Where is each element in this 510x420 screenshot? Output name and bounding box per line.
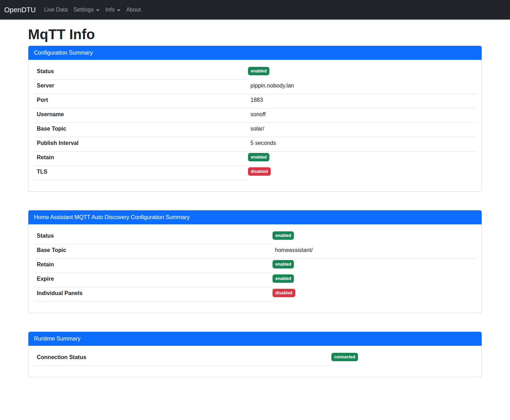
- info-label: Port: [34, 94, 248, 108]
- info-label: Status: [34, 65, 248, 80]
- nav-item-label: About: [126, 7, 141, 13]
- card-body: Connection Status connected: [28, 346, 482, 377]
- nav-item-label: Settings: [74, 7, 94, 13]
- status-badge: disabled: [273, 289, 295, 297]
- info-table: Status enabled Server pippin.nobody.lan …: [34, 65, 476, 180]
- status-badge: enabled: [273, 260, 294, 268]
- info-value: disabled: [248, 166, 476, 180]
- row-tls: TLS disabled: [34, 166, 476, 180]
- card-ha-discovery-summary: Home Assistant MQTT Auto Discovery Confi…: [28, 210, 482, 313]
- info-label: Retain: [34, 259, 272, 273]
- info-label: Individual Panels: [34, 287, 272, 302]
- row-retain: Retain enabled: [34, 259, 476, 273]
- info-label: Username: [34, 108, 248, 123]
- info-value: sonoff: [248, 108, 476, 123]
- card-configuration-summary: Configuration Summary Status enabled Ser…: [28, 46, 482, 192]
- info-value: enabled: [272, 259, 476, 273]
- card-header: Configuration Summary: [28, 46, 482, 60]
- row-expire: Expire enabled: [34, 273, 476, 287]
- info-label: Expire: [34, 273, 272, 287]
- info-label: Server: [34, 80, 248, 94]
- navbar-menu: Live Data Settings Info About: [41, 4, 144, 16]
- status-badge: disabled: [248, 167, 271, 176]
- nav-item-label: Live Data: [44, 7, 68, 13]
- row-base-topic: Base Topic homeassistant/: [34, 244, 476, 259]
- info-value: 1883: [248, 94, 476, 108]
- navbar-brand[interactable]: OpenDTU: [4, 6, 36, 14]
- card-header: Home Assistant MQTT Auto Discovery Confi…: [28, 210, 482, 224]
- row-connection-status: Connection Status connected: [34, 351, 476, 366]
- nav-item-settings[interactable]: Settings: [71, 4, 103, 16]
- dropdown-caret-icon: [117, 9, 120, 11]
- row-port: Port 1883: [34, 94, 476, 108]
- page-title: MqTT Info: [28, 26, 482, 43]
- row-base-topic: Base Topic solar/: [34, 123, 476, 137]
- info-label: Retain: [34, 152, 248, 166]
- info-label: TLS: [34, 166, 248, 180]
- info-label: Base Topic: [34, 244, 272, 259]
- row-username: Username sonoff: [34, 108, 476, 123]
- info-label: Status: [34, 230, 272, 244]
- info-value: enabled: [248, 65, 476, 80]
- row-status: Status enabled: [34, 65, 476, 80]
- row-retain: Retain enabled: [34, 152, 476, 166]
- info-table: Connection Status connected: [34, 351, 476, 366]
- info-value: disabled: [272, 287, 476, 302]
- row-publish-interval: Publish Interval 5 seconds: [34, 137, 476, 152]
- row-status: Status enabled: [34, 230, 476, 244]
- info-value: enabled: [272, 273, 476, 287]
- nav-item-info[interactable]: Info: [102, 4, 123, 16]
- info-value: homeassistant/: [272, 244, 476, 259]
- status-badge: enabled: [273, 274, 294, 283]
- info-value: enabled: [272, 230, 476, 244]
- status-badge: enabled: [248, 153, 269, 161]
- card-header: Runtime Summary: [28, 332, 482, 346]
- status-badge: enabled: [273, 231, 294, 240]
- info-value: connected: [331, 351, 476, 366]
- row-server: Server pippin.nobody.lan: [34, 80, 476, 94]
- info-value: 5 seconds: [248, 137, 476, 152]
- row-individual-panels: Individual Panels disabled: [34, 287, 476, 302]
- nav-item-about[interactable]: About: [123, 4, 144, 16]
- page: OpenDTU Live Data Settings Info About Mq…: [0, 0, 510, 420]
- info-label: Connection Status: [34, 351, 331, 366]
- navbar: OpenDTU Live Data Settings Info About: [0, 0, 510, 20]
- nav-item-live-data[interactable]: Live Data: [41, 4, 71, 16]
- info-label: Publish Interval: [34, 137, 248, 152]
- info-label: Base Topic: [34, 123, 248, 137]
- status-badge: connected: [331, 353, 358, 361]
- info-table: Status enabled Base Topic homeassistant/…: [34, 230, 476, 302]
- card-body: Status enabled Server pippin.nobody.lan …: [28, 60, 482, 191]
- card-runtime-summary: Runtime Summary Connection Status connec…: [28, 331, 482, 377]
- status-badge: enabled: [248, 67, 269, 75]
- card-body: Status enabled Base Topic homeassistant/…: [28, 224, 482, 313]
- main-content: MqTT Info Configuration Summary Status e…: [28, 20, 482, 377]
- info-value: enabled: [248, 152, 476, 166]
- info-value: solar/: [248, 123, 476, 137]
- nav-item-label: Info: [105, 7, 115, 13]
- dropdown-caret-icon: [96, 9, 99, 11]
- info-value: pippin.nobody.lan: [248, 80, 476, 94]
